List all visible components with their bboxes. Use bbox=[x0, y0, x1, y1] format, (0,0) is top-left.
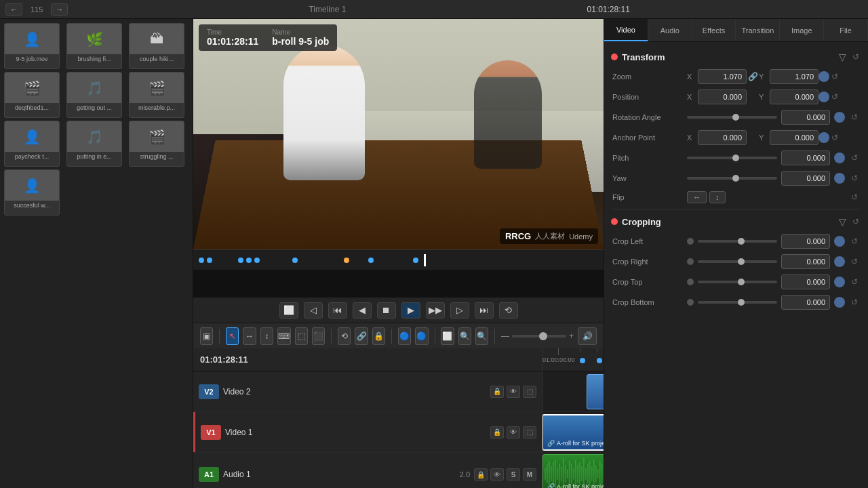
track-v2-view-btn[interactable]: 👁 bbox=[507, 386, 520, 398]
track-id-v2[interactable]: V2 bbox=[199, 384, 219, 399]
yaw-reset-btn[interactable]: ↺ bbox=[849, 173, 860, 184]
media-item-9[interactable]: 👤 succesful w... bbox=[4, 169, 60, 216]
lock-btn[interactable]: 🔒 bbox=[372, 327, 385, 345]
media-item-6[interactable]: 👤 paycheck t... bbox=[4, 121, 60, 167]
audio-meter-btn[interactable]: 🔊 bbox=[578, 327, 597, 345]
scrub-dot-3[interactable] bbox=[238, 258, 243, 263]
yaw-keyframe-btn[interactable] bbox=[834, 173, 845, 184]
zoom-link-icon[interactable]: 🔗 bbox=[747, 70, 759, 83]
anchor-reset-btn[interactable]: ↺ bbox=[829, 132, 840, 143]
snap-btn[interactable]: 🔵 bbox=[398, 327, 411, 345]
arrow-tool-btn[interactable]: ↖ bbox=[226, 327, 239, 345]
media-item-1[interactable]: 🌿 brushing fi... bbox=[66, 23, 122, 69]
track-a1-s-btn[interactable]: S bbox=[507, 468, 520, 481]
media-item-7[interactable]: 🎵 putting in e... bbox=[66, 121, 122, 167]
scrub-dot-1[interactable] bbox=[199, 258, 204, 263]
rewind-btn[interactable]: ◀ bbox=[353, 302, 372, 319]
zoom-x-input[interactable] bbox=[698, 69, 747, 84]
preview-scrub-bar[interactable] bbox=[193, 249, 604, 270]
track-a1-lock-btn[interactable]: 🔒 bbox=[474, 468, 488, 481]
tab-transition[interactable]: Transition bbox=[736, 19, 780, 41]
tab-image[interactable]: Image bbox=[780, 19, 824, 41]
zoom-in-btn[interactable]: 🔍 bbox=[458, 327, 471, 345]
flip-h-btn[interactable]: ↔ bbox=[687, 191, 707, 203]
anchor-y-input[interactable] bbox=[770, 130, 818, 145]
crop-top-slider[interactable] bbox=[698, 281, 777, 283]
media-item-5[interactable]: 🎬 miserable.p... bbox=[129, 72, 184, 118]
frame-selector-btn[interactable]: ⬜ bbox=[279, 302, 298, 319]
crop-top-input[interactable] bbox=[781, 274, 830, 289]
track-id-v1[interactable]: V1 bbox=[201, 425, 221, 440]
pos-x-input[interactable] bbox=[698, 89, 747, 104]
crop-bottom-reset-btn[interactable]: ↺ bbox=[849, 297, 860, 308]
zoom-y-input[interactable] bbox=[770, 69, 818, 84]
crop-bottom-dot[interactable] bbox=[687, 299, 694, 306]
prev-frame-btn[interactable]: ◁ bbox=[304, 302, 323, 319]
zoom-keyframe-btn[interactable] bbox=[818, 71, 829, 82]
crop-bottom-slider[interactable] bbox=[698, 301, 777, 304]
pitch-slider[interactable] bbox=[687, 157, 777, 159]
transform-expand-icon[interactable]: ▽ bbox=[839, 52, 846, 62]
crop-right-input[interactable] bbox=[781, 254, 830, 269]
timeline-ruler[interactable]: 01:00:00:00 01:00:50:00 01:01:40:00 01:0… bbox=[542, 348, 604, 371]
audio-btn[interactable]: 🔊 bbox=[578, 327, 597, 345]
rotation-reset-btn[interactable]: ↺ bbox=[849, 112, 860, 123]
media-item-2[interactable]: 🏔 couple hiki... bbox=[129, 23, 184, 69]
crop-top-keyframe-btn[interactable] bbox=[834, 277, 845, 287]
rotation-keyframe-btn[interactable] bbox=[834, 112, 845, 123]
scrub-dot-9[interactable] bbox=[413, 258, 418, 263]
crop-right-keyframe-btn[interactable] bbox=[834, 256, 845, 267]
transform-reset-btn[interactable]: ↺ bbox=[850, 52, 861, 62]
crop-left-input[interactable] bbox=[781, 234, 830, 249]
zoom-slider[interactable] bbox=[512, 335, 566, 338]
overwrite-btn[interactable]: ⬛ bbox=[312, 327, 325, 345]
anchor-keyframe-btn[interactable] bbox=[818, 132, 829, 143]
track-v1-link-btn[interactable]: ⬚ bbox=[523, 426, 536, 439]
flip-v-btn[interactable]: ↕ bbox=[709, 191, 726, 203]
crop-right-slider[interactable] bbox=[698, 260, 777, 263]
pitch-keyframe-btn[interactable] bbox=[834, 152, 845, 163]
tab-effects[interactable]: Effects bbox=[692, 19, 736, 41]
media-item-3[interactable]: 🎬 deqthbed1... bbox=[4, 72, 60, 118]
stop-btn[interactable]: ⏹ bbox=[377, 302, 396, 319]
go-to-end-btn[interactable]: ⏭ bbox=[475, 302, 494, 319]
track-v1-view-btn[interactable]: 👁 bbox=[507, 426, 520, 439]
rotation-input[interactable] bbox=[781, 110, 830, 125]
top-bar-back[interactable]: ← bbox=[5, 3, 22, 16]
select-mode-btn[interactable]: ▣ bbox=[200, 327, 213, 345]
crop-bottom-keyframe-btn[interactable] bbox=[834, 297, 845, 308]
ripple-tool-btn[interactable]: ↕ bbox=[260, 327, 273, 345]
track-v2-lock-btn[interactable]: 🔒 bbox=[490, 386, 504, 398]
cropping-expand-icon[interactable]: ▽ bbox=[839, 216, 846, 227]
track-v2-link-btn[interactable]: ⬚ bbox=[523, 386, 536, 398]
next-frame-btn[interactable]: ▷ bbox=[450, 302, 469, 319]
crop-left-reset-btn[interactable]: ↺ bbox=[849, 236, 860, 247]
scrub-dot-5[interactable] bbox=[254, 258, 260, 263]
track-id-a1[interactable]: A1 bbox=[199, 467, 219, 482]
crop-bottom-input[interactable] bbox=[781, 295, 830, 310]
media-item-4[interactable]: 🎵 getting out ... bbox=[66, 72, 122, 118]
link-audio-btn[interactable]: 🔵 bbox=[415, 327, 428, 345]
transform-header[interactable]: Transform ▽ ↺ bbox=[604, 47, 868, 66]
rotation-slider[interactable] bbox=[687, 116, 777, 119]
a1-clip-main[interactable]: 🔗 A-roll for SK project.mp4 bbox=[542, 454, 604, 488]
track-a1-view-btn[interactable]: 👁 bbox=[490, 468, 504, 481]
zoom-plus-icon[interactable]: + bbox=[569, 331, 574, 341]
scrub-dot-7[interactable] bbox=[344, 258, 349, 263]
scrub-dot-2[interactable] bbox=[207, 258, 212, 263]
crop-left-keyframe-btn[interactable] bbox=[834, 236, 845, 247]
yaw-input[interactable] bbox=[781, 171, 830, 186]
zoom-fit-btn[interactable]: ⬜ bbox=[441, 327, 454, 345]
go-to-start-btn[interactable]: ⏮ bbox=[328, 302, 347, 319]
tab-file[interactable]: File bbox=[824, 19, 868, 41]
crop-right-reset-btn[interactable]: ↺ bbox=[849, 256, 860, 267]
cropping-reset-btn[interactable]: ↺ bbox=[850, 216, 861, 227]
scrub-dot-8[interactable] bbox=[368, 258, 374, 263]
cropping-header[interactable]: Cropping ▽ ↺ bbox=[604, 212, 868, 231]
razor-tool-btn[interactable]: ⌨ bbox=[277, 327, 290, 345]
crop-right-dot[interactable] bbox=[687, 258, 694, 265]
zoom-out-btn[interactable]: 🔍 bbox=[475, 327, 488, 345]
crop-left-dot[interactable] bbox=[687, 238, 694, 245]
track-v1-lock-btn[interactable]: 🔒 bbox=[490, 426, 504, 439]
flip-reset-btn[interactable]: ↺ bbox=[849, 192, 860, 203]
